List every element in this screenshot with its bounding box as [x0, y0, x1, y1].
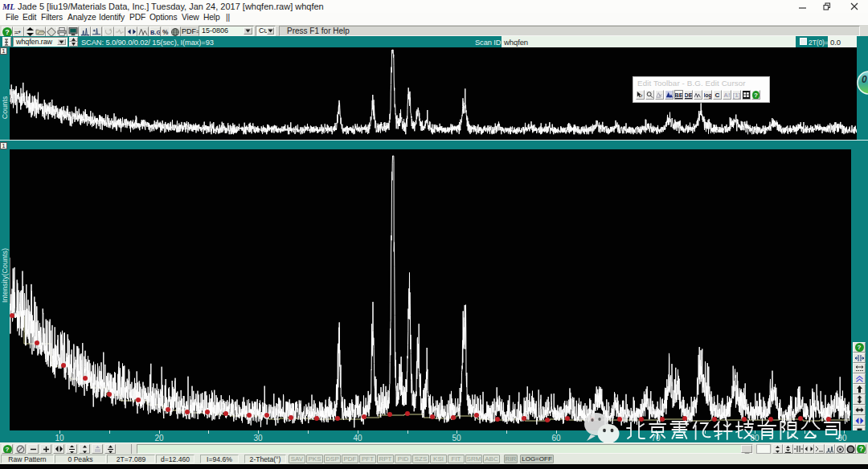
- svg-text:0: 0: [862, 74, 867, 85]
- svg-text:✦: ✦: [18, 29, 23, 35]
- svg-text:z: z: [641, 94, 643, 98]
- svg-text:ML: ML: [2, 2, 15, 11]
- svg-text:B.G: B.G: [150, 29, 160, 36]
- svg-text:%: %: [162, 28, 169, 36]
